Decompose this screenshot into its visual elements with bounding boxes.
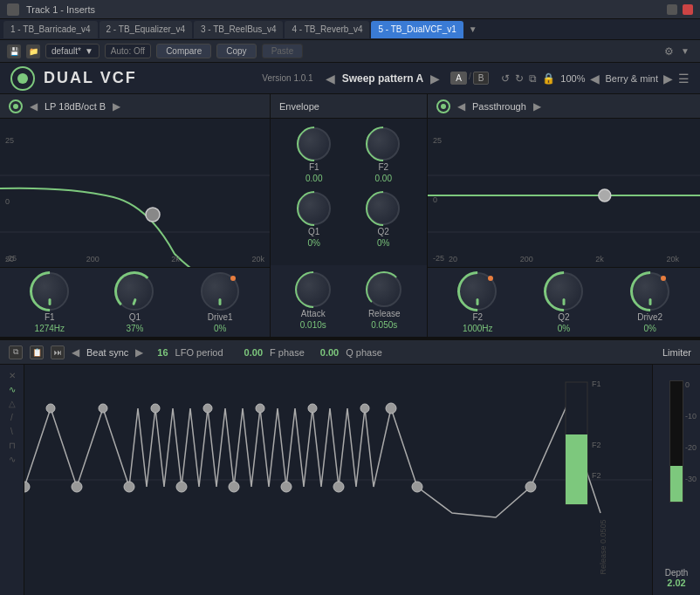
lfo-handle-6[interactable]: [281, 482, 292, 492]
tab-reelbus[interactable]: 3 - TB_ReelBus_v4: [194, 21, 284, 38]
pattern-prev-arrow[interactable]: ◀: [326, 72, 335, 85]
env-q2-value: 0%: [377, 238, 389, 248]
q1-knob[interactable]: [115, 272, 154, 311]
env-q2-knob[interactable]: [367, 192, 400, 225]
drive1-knob-value: 0%: [214, 324, 226, 333]
pt-handle[interactable]: [599, 189, 611, 202]
shape-x-icon[interactable]: ✕: [9, 372, 16, 380]
shape-custom-icon[interactable]: ∿: [9, 455, 16, 464]
pin-button[interactable]: [667, 4, 677, 15]
lfo-handle-10[interactable]: [525, 482, 536, 492]
eq-x-labels: 20 200 2k 20k: [0, 255, 270, 263]
limiter-meter-wrapper: 0 -10 -20 -30: [653, 372, 700, 511]
env-f1-wrapper: F1 0.00: [298, 127, 331, 183]
shape-triangle-icon[interactable]: △: [9, 400, 16, 408]
passthrough-prev[interactable]: ◀: [457, 100, 465, 113]
lock-icon[interactable]: 🔒: [542, 72, 555, 85]
lfo-beat-prev[interactable]: ◀: [72, 346, 79, 359]
depth-value: 2.02: [653, 578, 700, 588]
passthrough-next[interactable]: ▶: [533, 100, 541, 113]
f1-knob[interactable]: [31, 272, 69, 311]
filter-knobs-row: F1 1274Hz Q1 37% Drive1: [0, 267, 270, 337]
eq-handle[interactable]: [146, 208, 160, 222]
f2-knob[interactable]: [458, 272, 497, 311]
passthrough-power-button[interactable]: [436, 99, 450, 113]
folder-icon[interactable]: 📁: [26, 44, 40, 58]
undo-icon[interactable]: ↺: [501, 72, 510, 85]
toolbar-dropdown-arrow[interactable]: ▼: [677, 46, 693, 56]
lfo-handle-4[interactable]: [176, 482, 187, 492]
theme-next-arrow[interactable]: ▶: [663, 72, 673, 85]
pt-x-labels: 20 200 2k 20k: [428, 255, 700, 263]
filter-eq-display: 25 0 -25 20 200 2k 20k: [0, 119, 270, 267]
lfo-display: ✕ ∿ △ / \ ⊓ ∿: [0, 365, 700, 595]
filter-type-next[interactable]: ▶: [113, 100, 120, 113]
lfo-handle-1[interactable]: [24, 482, 30, 492]
env-f1-label: F1: [309, 162, 319, 172]
pattern-next-arrow[interactable]: ▶: [430, 72, 440, 85]
copy-button[interactable]: Copy: [216, 44, 256, 58]
plugin-controls: ↺ ↻ ⧉ 🔒 100% ◀ Berry & mint ▶ ☰: [501, 72, 690, 85]
tab-barricade[interactable]: 1 - TB_Barricade_v4: [3, 21, 98, 38]
title-bar: Track 1 - Inserts: [0, 0, 700, 19]
lfo-limiter-button[interactable]: Limiter: [662, 347, 691, 358]
plugin-header-center: Version 1.0.1 ◀ Sweep pattern A ▶ A / B …: [262, 72, 690, 85]
env-f1-knob[interactable]: [298, 127, 331, 161]
q2-knob-indicator: [562, 298, 565, 305]
lfo-handle-3[interactable]: [124, 482, 134, 492]
shape-saw-up-icon[interactable]: /: [10, 414, 13, 422]
filter-power-button[interactable]: [9, 99, 23, 113]
lfo-paste-icon[interactable]: 📋: [30, 345, 44, 359]
q1-knob-container: Q1 37%: [115, 272, 154, 333]
filter-type-prev[interactable]: ◀: [30, 100, 38, 113]
menu-icon[interactable]: ☰: [678, 72, 690, 85]
env-q1-knob[interactable]: [298, 192, 331, 225]
lfo-wave-svg: F1 F2 F2: [24, 365, 652, 595]
ab-a-button[interactable]: A: [450, 72, 467, 85]
drive2-knob[interactable]: [631, 272, 669, 311]
shape-sine-icon[interactable]: ∿: [9, 386, 16, 394]
f2-knob-indicator: [477, 298, 479, 305]
attack-knob[interactable]: [296, 272, 331, 307]
copy2-icon[interactable]: ⧉: [529, 72, 537, 85]
lfo-handle-2[interactable]: [72, 482, 82, 492]
f1-knob-value: 1274Hz: [35, 324, 65, 333]
save-icon[interactable]: 💾: [7, 44, 21, 58]
limiter-label-0: 0: [685, 380, 697, 389]
lfo-handle-5[interactable]: [229, 482, 239, 492]
ab-b-button[interactable]: B: [473, 72, 490, 85]
preset-dropdown[interactable]: default* ▼: [45, 44, 100, 58]
redo-icon[interactable]: ↻: [515, 72, 524, 85]
q2-knob[interactable]: [545, 272, 583, 311]
tab-dualvcf[interactable]: 5 - TB_DualVCF_v1: [371, 21, 463, 38]
close-button[interactable]: [683, 4, 693, 15]
plugin-header: DUAL VCF Version 1.0.1 ◀ Sweep pattern A…: [0, 63, 700, 94]
env-f2-label: F2: [378, 162, 388, 172]
tab-equalizer[interactable]: 2 - TB_Equalizer_v4: [100, 21, 192, 38]
eq-label-20: 20: [5, 255, 14, 263]
drive1-knob-label: Drive1: [208, 312, 233, 322]
title-bar-controls: [667, 4, 693, 15]
lfo-copy-icon[interactable]: ⧉: [9, 345, 23, 359]
tab-reverb[interactable]: 4 - TB_Reverb_v4: [285, 21, 369, 38]
lfo-skip-icon[interactable]: ⏭: [51, 345, 65, 359]
theme-prev-arrow[interactable]: ◀: [590, 72, 600, 85]
lfo-beat-next[interactable]: ▶: [135, 346, 143, 359]
tab-dropdown-arrow[interactable]: ▼: [465, 24, 481, 34]
release-knob[interactable]: [367, 272, 401, 307]
paste-button[interactable]: Paste: [262, 44, 304, 58]
svg-point-8: [151, 404, 160, 413]
q2-knob-container: Q2 0%: [545, 272, 583, 333]
compare-button[interactable]: Compare: [156, 44, 211, 58]
lfo-handle-8[interactable]: [386, 403, 396, 414]
settings-icon[interactable]: ⚙: [664, 45, 674, 58]
attack-value: 0.010s: [300, 320, 326, 330]
shape-saw-down-icon[interactable]: \: [10, 427, 13, 436]
shape-square-icon[interactable]: ⊓: [9, 441, 16, 450]
lfo-handle-9[interactable]: [412, 482, 422, 492]
drive1-knob[interactable]: [201, 272, 239, 311]
env-f2-knob[interactable]: [367, 127, 400, 161]
eq-label-2k: 2k: [171, 255, 180, 263]
lfo-handle-7[interactable]: [333, 482, 344, 492]
lfo-wave-area[interactable]: F1 F2 F2: [24, 365, 652, 595]
